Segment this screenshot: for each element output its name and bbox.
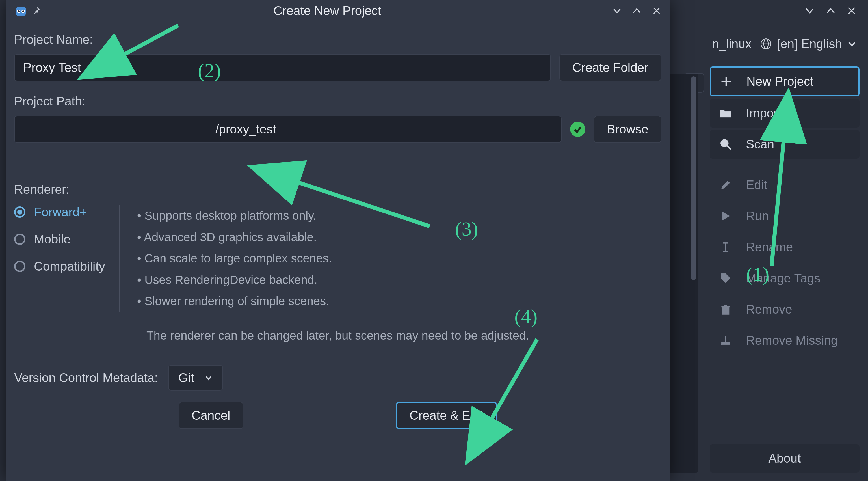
manage-tags-label: Manage Tags xyxy=(746,271,820,285)
scrollbar[interactable] xyxy=(691,77,696,280)
import-button[interactable]: Import xyxy=(710,99,860,127)
trash-icon xyxy=(719,303,732,315)
language-label: [en] English xyxy=(777,37,842,51)
run-label: Run xyxy=(746,209,769,223)
broom-icon xyxy=(719,334,732,347)
rename-label: Rename xyxy=(746,240,793,254)
maximize-icon[interactable] xyxy=(826,6,836,16)
renderer-detail: Uses RenderingDevice backend. xyxy=(137,269,332,291)
create-project-dialog: Create New Project Project Name: Proxy T… xyxy=(6,0,670,481)
project-path-input[interactable]: /proxy_test xyxy=(14,116,562,143)
vcm-label: Version Control Metadata: xyxy=(14,371,158,385)
renderer-label: Renderer: xyxy=(14,182,661,197)
remove-missing-button[interactable]: Remove Missing xyxy=(710,326,860,355)
project-path-value: /proxy_test xyxy=(215,122,276,136)
renderer-detail: Can scale to large complex scenes. xyxy=(137,248,332,269)
dialog-title: Create New Project xyxy=(42,4,612,18)
spacer xyxy=(710,161,860,168)
globe-icon xyxy=(760,38,772,50)
edit-label: Edit xyxy=(746,178,767,192)
svg-point-20 xyxy=(18,10,20,12)
rename-button[interactable]: Rename xyxy=(710,233,860,262)
language-selector[interactable]: [en] English xyxy=(760,37,857,51)
pm-platform-label: n_linux xyxy=(712,37,751,51)
create-and-edit-button[interactable]: Create & Edit xyxy=(396,402,497,429)
create-folder-label: Create Folder xyxy=(572,61,648,74)
renderer-forward-radio[interactable]: Forward+ xyxy=(14,205,105,219)
dialog-titlebar: Create New Project xyxy=(6,0,670,21)
chevron-down-icon xyxy=(847,39,857,49)
project-name-value: Proxy Test xyxy=(23,61,81,74)
new-project-label: New Project xyxy=(746,74,813,89)
remove-button[interactable]: Remove xyxy=(710,295,860,324)
renderer-mobile-radio[interactable]: Mobile xyxy=(14,232,105,246)
remove-missing-label: Remove Missing xyxy=(746,333,838,348)
play-icon xyxy=(719,210,732,222)
browse-label: Browse xyxy=(607,122,648,136)
minimize-icon[interactable] xyxy=(805,6,815,16)
search-icon xyxy=(719,138,732,150)
renderer-detail: Supports desktop platforms only. xyxy=(137,205,332,227)
project-name-label: Project Name: xyxy=(14,32,661,47)
svg-point-21 xyxy=(22,10,24,12)
close-icon[interactable] xyxy=(846,6,857,16)
renderer-forward-label: Forward+ xyxy=(34,205,87,219)
svg-rect-13 xyxy=(722,307,728,314)
folder-icon xyxy=(719,107,732,119)
vcm-select[interactable]: Git xyxy=(168,365,223,391)
about-button[interactable]: About xyxy=(710,444,860,473)
godot-icon xyxy=(14,4,28,18)
create-folder-button[interactable]: Create Folder xyxy=(559,54,661,81)
dlg-maximize-icon[interactable] xyxy=(632,6,642,16)
tag-icon xyxy=(719,272,732,284)
renderer-detail: Advanced 3D graphics available. xyxy=(137,227,332,248)
dlg-minimize-icon[interactable] xyxy=(612,6,622,16)
radio-unselected-icon xyxy=(14,261,25,272)
svg-rect-16 xyxy=(721,342,730,345)
run-button[interactable]: Run xyxy=(710,202,860,231)
browse-button[interactable]: Browse xyxy=(594,116,661,143)
svg-marker-9 xyxy=(722,212,730,220)
manage-tags-button[interactable]: Manage Tags xyxy=(710,264,860,293)
vcm-value: Git xyxy=(178,371,194,385)
project-name-input[interactable]: Proxy Test xyxy=(14,54,551,81)
pm-top-row: n_linux [en] English xyxy=(712,37,857,51)
remove-label: Remove xyxy=(746,302,792,317)
scan-button[interactable]: Scan xyxy=(710,130,860,159)
svg-rect-17 xyxy=(725,336,726,342)
pencil-icon xyxy=(719,179,732,191)
text-cursor-icon xyxy=(719,241,732,253)
renderer-details-list: Supports desktop platforms only. Advance… xyxy=(137,205,332,312)
plus-icon xyxy=(720,75,732,88)
svg-point-7 xyxy=(721,140,728,147)
svg-line-8 xyxy=(727,146,731,150)
radio-unselected-icon xyxy=(14,234,25,245)
new-project-button[interactable]: New Project xyxy=(710,66,860,96)
renderer-compat-label: Compatibility xyxy=(34,259,105,273)
radio-selected-icon xyxy=(14,206,25,218)
dlg-close-icon[interactable] xyxy=(652,6,661,16)
cancel-button[interactable]: Cancel xyxy=(179,402,243,429)
renderer-mobile-label: Mobile xyxy=(34,232,71,246)
path-valid-icon xyxy=(570,122,585,137)
edit-button[interactable]: Edit xyxy=(710,171,860,199)
pm-side-actions: New Project Import Scan Edit Run xyxy=(710,66,860,355)
pm-window-controls xyxy=(670,0,868,21)
project-path-label: Project Path: xyxy=(14,94,661,108)
cancel-label: Cancel xyxy=(192,408,230,422)
scan-label: Scan xyxy=(746,137,774,151)
renderer-compat-radio[interactable]: Compatibility xyxy=(14,259,105,273)
pin-icon[interactable] xyxy=(33,6,42,16)
chevron-down-icon xyxy=(204,373,213,382)
about-label: About xyxy=(769,451,801,465)
create-and-edit-label: Create & Edit xyxy=(409,408,484,422)
renderer-hint: The renderer can be changed later, but s… xyxy=(14,329,661,342)
import-label: Import xyxy=(746,106,781,120)
renderer-options: Forward+ Mobile Compatibility Supports d… xyxy=(14,205,661,312)
renderer-detail: Slower rendering of simple scenes. xyxy=(137,291,332,312)
